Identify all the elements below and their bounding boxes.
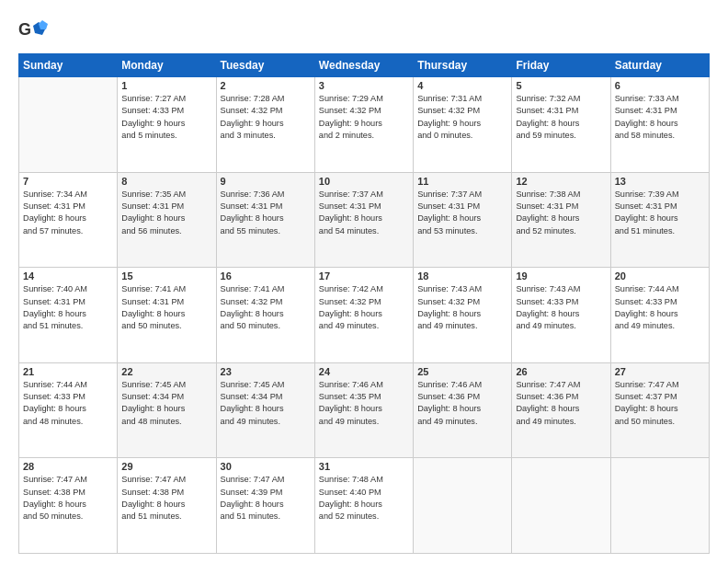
day-info: Sunrise: 7:45 AMSunset: 4:34 PMDaylight:… (121, 379, 211, 428)
day-info: Sunrise: 7:36 AMSunset: 4:31 PMDaylight:… (221, 189, 311, 237)
day-number: 1 (121, 80, 211, 91)
calendar-week-row: 28Sunrise: 7:47 AMSunset: 4:38 PMDayligh… (19, 458, 710, 554)
day-number: 17 (319, 270, 409, 282)
day-info: Sunrise: 7:46 AMSunset: 4:36 PMDaylight:… (417, 379, 507, 428)
calendar-day-cell: 2Sunrise: 7:28 AMSunset: 4:32 PMDaylight… (216, 77, 314, 173)
day-number: 3 (319, 80, 409, 91)
day-info: Sunrise: 7:47 AMSunset: 4:36 PMDaylight:… (516, 379, 606, 428)
weekday-header-saturday: Saturday (610, 54, 709, 77)
calendar-day-cell: 15Sunrise: 7:41 AMSunset: 4:31 PMDayligh… (118, 268, 216, 363)
day-info: Sunrise: 7:31 AMSunset: 4:32 PMDaylight:… (417, 93, 507, 142)
day-number: 20 (615, 270, 705, 282)
calendar-week-row: 21Sunrise: 7:44 AMSunset: 4:33 PMDayligh… (19, 362, 710, 458)
day-number: 16 (221, 270, 311, 282)
weekday-header-thursday: Thursday (414, 54, 512, 77)
day-number: 2 (221, 80, 311, 91)
calendar-day-cell: 17Sunrise: 7:42 AMSunset: 4:32 PMDayligh… (314, 268, 413, 363)
calendar-empty-cell (610, 458, 709, 554)
calendar-day-cell: 27Sunrise: 7:47 AMSunset: 4:37 PMDayligh… (610, 362, 709, 458)
calendar-week-row: 1Sunrise: 7:27 AMSunset: 4:33 PMDaylight… (19, 77, 710, 173)
day-info: Sunrise: 7:47 AMSunset: 4:37 PMDaylight:… (615, 379, 705, 428)
calendar-table: SundayMondayTuesdayWednesdayThursdayFrid… (18, 53, 710, 554)
day-info: Sunrise: 7:43 AMSunset: 4:33 PMDaylight:… (516, 283, 606, 332)
day-number: 5 (516, 80, 606, 91)
calendar-day-cell: 5Sunrise: 7:32 AMSunset: 4:31 PMDaylight… (512, 77, 610, 173)
day-number: 6 (615, 80, 705, 91)
calendar-week-row: 14Sunrise: 7:40 AMSunset: 4:31 PMDayligh… (19, 268, 710, 363)
calendar-day-cell: 8Sunrise: 7:35 AMSunset: 4:31 PMDaylight… (118, 172, 216, 268)
day-info: Sunrise: 7:39 AMSunset: 4:31 PMDaylight:… (615, 189, 705, 237)
calendar-day-cell: 14Sunrise: 7:40 AMSunset: 4:31 PMDayligh… (19, 268, 118, 363)
logo-icon: G (18, 17, 48, 46)
day-number: 28 (23, 461, 113, 472)
day-info: Sunrise: 7:29 AMSunset: 4:32 PMDaylight:… (319, 93, 409, 142)
day-number: 18 (417, 270, 507, 282)
day-info: Sunrise: 7:48 AMSunset: 4:40 PMDaylight:… (319, 474, 409, 523)
day-info: Sunrise: 7:34 AMSunset: 4:31 PMDaylight:… (23, 189, 113, 237)
calendar-day-cell: 19Sunrise: 7:43 AMSunset: 4:33 PMDayligh… (512, 268, 610, 363)
day-info: Sunrise: 7:41 AMSunset: 4:32 PMDaylight:… (221, 283, 311, 332)
day-number: 12 (516, 176, 606, 187)
day-info: Sunrise: 7:38 AMSunset: 4:31 PMDaylight:… (516, 189, 606, 237)
calendar-day-cell: 18Sunrise: 7:43 AMSunset: 4:32 PMDayligh… (414, 268, 512, 363)
day-info: Sunrise: 7:28 AMSunset: 4:32 PMDaylight:… (221, 93, 311, 142)
day-info: Sunrise: 7:47 AMSunset: 4:38 PMDaylight:… (121, 474, 211, 523)
day-number: 14 (23, 270, 113, 282)
svg-marker-2 (39, 20, 48, 29)
day-number: 31 (319, 461, 409, 472)
calendar-day-cell: 25Sunrise: 7:46 AMSunset: 4:36 PMDayligh… (414, 362, 512, 458)
weekday-header-sunday: Sunday (19, 54, 118, 77)
day-number: 27 (615, 366, 705, 377)
day-number: 13 (615, 176, 705, 187)
day-info: Sunrise: 7:44 AMSunset: 4:33 PMDaylight:… (615, 283, 705, 332)
calendar-day-cell: 31Sunrise: 7:48 AMSunset: 4:40 PMDayligh… (314, 458, 413, 554)
calendar-day-cell: 26Sunrise: 7:47 AMSunset: 4:36 PMDayligh… (512, 362, 610, 458)
calendar-day-cell: 20Sunrise: 7:44 AMSunset: 4:33 PMDayligh… (610, 268, 709, 363)
day-info: Sunrise: 7:44 AMSunset: 4:33 PMDaylight:… (23, 379, 113, 428)
weekday-header-tuesday: Tuesday (216, 54, 314, 77)
calendar-day-cell: 30Sunrise: 7:47 AMSunset: 4:39 PMDayligh… (216, 458, 314, 554)
day-info: Sunrise: 7:27 AMSunset: 4:33 PMDaylight:… (121, 93, 211, 142)
calendar-day-cell: 24Sunrise: 7:46 AMSunset: 4:35 PMDayligh… (314, 362, 413, 458)
calendar-day-cell: 3Sunrise: 7:29 AMSunset: 4:32 PMDaylight… (314, 77, 413, 173)
calendar-day-cell: 1Sunrise: 7:27 AMSunset: 4:33 PMDaylight… (118, 77, 216, 173)
weekday-header-row: SundayMondayTuesdayWednesdayThursdayFrid… (19, 54, 710, 77)
day-number: 22 (121, 366, 211, 377)
calendar-day-cell: 12Sunrise: 7:38 AMSunset: 4:31 PMDayligh… (512, 172, 610, 268)
calendar-page: G SundayMondayTuesdayWednesdayThursdayFr… (0, 0, 728, 563)
day-number: 7 (23, 176, 113, 187)
day-info: Sunrise: 7:45 AMSunset: 4:34 PMDaylight:… (221, 379, 311, 428)
calendar-empty-cell (414, 458, 512, 554)
svg-text:G: G (18, 20, 31, 39)
day-info: Sunrise: 7:37 AMSunset: 4:31 PMDaylight:… (417, 189, 507, 237)
calendar-day-cell: 11Sunrise: 7:37 AMSunset: 4:31 PMDayligh… (414, 172, 512, 268)
day-number: 10 (319, 176, 409, 187)
calendar-day-cell: 29Sunrise: 7:47 AMSunset: 4:38 PMDayligh… (118, 458, 216, 554)
page-header: G (18, 17, 710, 46)
calendar-day-cell: 10Sunrise: 7:37 AMSunset: 4:31 PMDayligh… (314, 172, 413, 268)
day-number: 19 (516, 270, 606, 282)
day-number: 4 (417, 80, 507, 91)
day-info: Sunrise: 7:43 AMSunset: 4:32 PMDaylight:… (417, 283, 507, 332)
calendar-day-cell: 21Sunrise: 7:44 AMSunset: 4:33 PMDayligh… (19, 362, 118, 458)
day-info: Sunrise: 7:41 AMSunset: 4:31 PMDaylight:… (121, 283, 211, 332)
day-info: Sunrise: 7:40 AMSunset: 4:31 PMDaylight:… (23, 283, 113, 332)
day-info: Sunrise: 7:33 AMSunset: 4:31 PMDaylight:… (615, 93, 705, 142)
day-number: 21 (23, 366, 113, 377)
weekday-header-monday: Monday (118, 54, 216, 77)
logo: G (18, 17, 50, 46)
day-number: 8 (121, 176, 211, 187)
weekday-header-friday: Friday (512, 54, 610, 77)
day-info: Sunrise: 7:46 AMSunset: 4:35 PMDaylight:… (319, 379, 409, 428)
calendar-day-cell: 9Sunrise: 7:36 AMSunset: 4:31 PMDaylight… (216, 172, 314, 268)
calendar-empty-cell (19, 77, 118, 173)
day-number: 9 (221, 176, 311, 187)
calendar-day-cell: 7Sunrise: 7:34 AMSunset: 4:31 PMDaylight… (19, 172, 118, 268)
day-number: 25 (417, 366, 507, 377)
day-info: Sunrise: 7:47 AMSunset: 4:38 PMDaylight:… (23, 474, 113, 523)
calendar-day-cell: 13Sunrise: 7:39 AMSunset: 4:31 PMDayligh… (610, 172, 709, 268)
calendar-week-row: 7Sunrise: 7:34 AMSunset: 4:31 PMDaylight… (19, 172, 710, 268)
calendar-day-cell: 22Sunrise: 7:45 AMSunset: 4:34 PMDayligh… (118, 362, 216, 458)
calendar-day-cell: 28Sunrise: 7:47 AMSunset: 4:38 PMDayligh… (19, 458, 118, 554)
calendar-day-cell: 6Sunrise: 7:33 AMSunset: 4:31 PMDaylight… (610, 77, 709, 173)
